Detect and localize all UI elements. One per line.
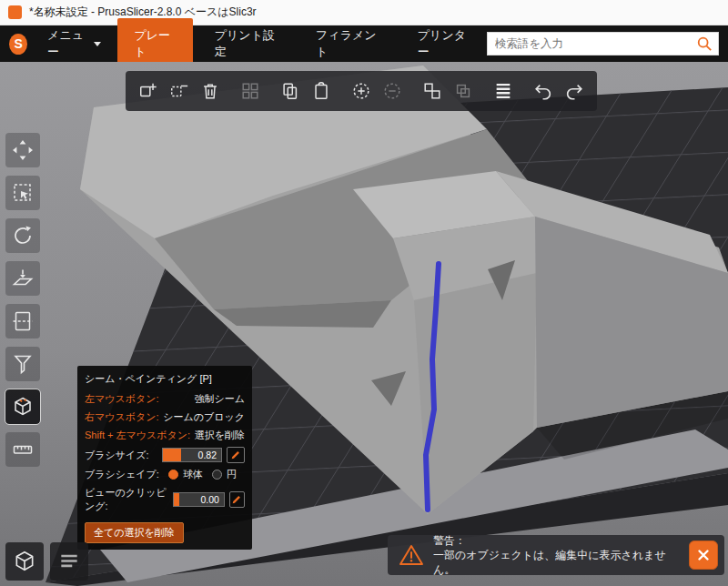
view-switch	[5, 542, 88, 581]
notification-close-button[interactable]	[689, 541, 718, 570]
seam-painting-panel: シーム・ペインティング [P] 左マウスボタン: 強制シーム 右マウスボタン: …	[77, 366, 252, 550]
paste-button[interactable]	[306, 75, 337, 107]
search-box	[487, 32, 719, 56]
measure-button[interactable]	[5, 432, 40, 467]
seam-paint-button[interactable]	[5, 389, 40, 424]
ruler-icon	[12, 439, 34, 460]
editor-view-button[interactable]	[5, 542, 44, 581]
notification-message: 一部のオブジェクトは、編集中に表示されません。	[433, 548, 680, 577]
search-input[interactable]	[493, 36, 696, 51]
notification-text: 警告： 一部のオブジェクトは、編集中に表示されません。	[433, 533, 680, 578]
redo-button[interactable]	[559, 75, 590, 107]
viewport-3d[interactable]: シーム・ペインティング [P] 左マウスボタン: 強制シーム 右マウスボタン: …	[0, 62, 728, 586]
undo-icon	[533, 81, 553, 101]
undo-button[interactable]	[528, 75, 559, 107]
brush-shape-row: ブラシシェイプ: 球体 円	[85, 468, 245, 481]
pencil-icon	[230, 450, 241, 460]
copy-button[interactable]	[275, 75, 306, 107]
paint-funnel-icon	[12, 353, 34, 375]
prusa-logo: S	[9, 34, 27, 55]
add-instance-icon	[351, 81, 371, 101]
redo-icon	[564, 81, 584, 101]
hint-left-mouse: 左マウスボタン: 強制シーム	[85, 392, 245, 406]
brush-size-row: ブラシサイズ: 0.82	[85, 447, 245, 463]
layers-icon	[57, 550, 81, 573]
cube-icon	[13, 550, 36, 573]
clipping-edit-button[interactable]	[229, 491, 245, 508]
arrange-icon	[240, 81, 260, 101]
hint-right-mouse: 右マウスボタン: シームのブロック	[85, 410, 245, 424]
warning-icon	[399, 543, 424, 567]
radio-sphere-label: 球体	[183, 468, 203, 481]
layer-height-icon	[493, 81, 513, 101]
notification-title: 警告：	[433, 533, 680, 548]
close-icon	[697, 549, 710, 561]
add-object-button[interactable]	[133, 75, 164, 107]
add-instance-button[interactable]	[346, 75, 377, 107]
split-objects-button[interactable]	[417, 75, 448, 107]
rotate-icon	[12, 225, 34, 247]
pencil-icon	[231, 494, 242, 505]
chevron-down-icon	[94, 42, 101, 46]
delete-all-button[interactable]	[195, 75, 226, 107]
menu-button[interactable]: メニュー	[36, 25, 112, 62]
remove-object-button[interactable]	[164, 75, 195, 107]
clipping-row: ビューのクリッピング: 0.00	[85, 486, 245, 513]
warning-notification: 警告： 一部のオブジェクトは、編集中に表示されません。	[388, 535, 724, 575]
split-parts-icon	[453, 81, 473, 101]
select-rectangle-icon	[12, 182, 34, 204]
search-icon[interactable]	[696, 35, 713, 52]
add-object-icon	[138, 81, 158, 101]
variable-layer-height-button[interactable]	[488, 75, 519, 107]
remove-instance-icon	[382, 81, 402, 101]
copy-icon	[280, 81, 300, 101]
multimaterial-paint-button[interactable]	[5, 347, 40, 381]
preview-view-button[interactable]	[50, 542, 88, 581]
clear-selection-button[interactable]: 全ての選択を削除	[85, 522, 184, 543]
place-on-face-button[interactable]	[5, 261, 40, 296]
radio-sphere[interactable]	[168, 470, 178, 480]
radio-circle[interactable]	[212, 470, 222, 480]
app-icon	[8, 5, 22, 19]
place-on-face-icon	[12, 268, 34, 289]
panel-title: シーム・ペインティング [P]	[85, 372, 245, 386]
brush-size-edit-button[interactable]	[227, 447, 245, 463]
clipping-slider[interactable]: 0.00	[173, 492, 225, 507]
split-objects-icon	[422, 81, 442, 101]
menu-label: メニュー	[47, 27, 87, 60]
remove-object-icon	[169, 81, 189, 101]
remove-instance-button[interactable]	[377, 75, 408, 107]
slider-fill	[163, 449, 181, 461]
brush-size-slider[interactable]: 0.82	[162, 448, 222, 462]
paste-icon	[311, 81, 331, 101]
split-parts-button[interactable]	[448, 75, 479, 107]
seam-cube-icon	[12, 396, 34, 418]
gizmo-toolbar	[5, 133, 40, 467]
cut-gizmo-button[interactable]	[5, 304, 40, 338]
radio-circle-label: 円	[227, 468, 237, 481]
hint-shift-left-mouse: Shift + 左マウスボタン: 選択を削除	[85, 429, 245, 442]
trash-icon	[200, 81, 220, 101]
menubar: S メニュー プレート プリント設定 フィラメント プリンター	[0, 25, 728, 62]
slider-fill	[174, 493, 179, 506]
object-toolbar	[126, 71, 597, 111]
move-icon	[12, 139, 34, 161]
select-gizmo-button[interactable]	[5, 176, 40, 210]
move-gizmo-button[interactable]	[5, 133, 40, 167]
rotate-gizmo-button[interactable]	[5, 218, 40, 253]
cut-icon	[12, 310, 34, 332]
arrange-button[interactable]	[235, 75, 266, 107]
